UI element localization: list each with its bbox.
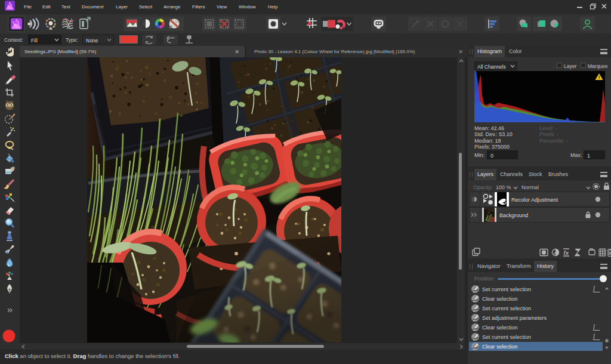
svg-text:fx: fx	[564, 249, 569, 256]
svg-text:!: !	[598, 75, 600, 80]
